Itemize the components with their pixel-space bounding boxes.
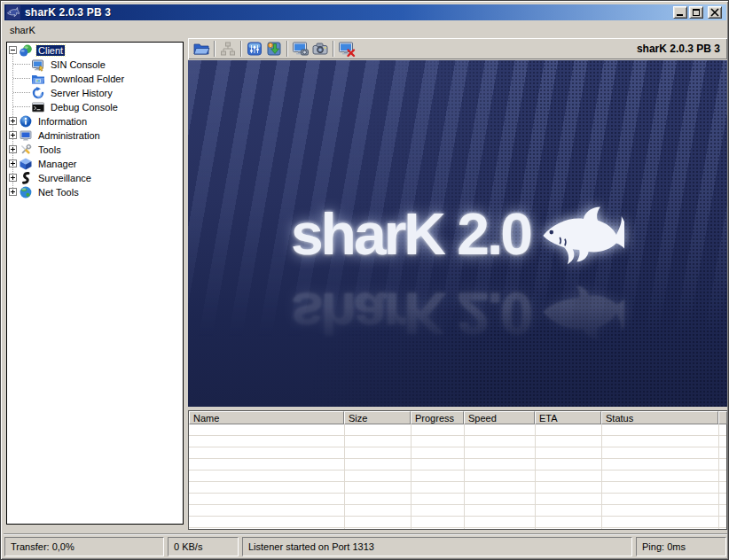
- table-header: Name Size Progress Speed ETA Status: [189, 411, 726, 424]
- tree-item-label[interactable]: Server History: [49, 88, 114, 98]
- maximize-button[interactable]: [689, 6, 703, 19]
- column-header-progress[interactable]: Progress: [411, 411, 464, 424]
- update-button[interactable]: [264, 40, 284, 58]
- tree-item-surveillance[interactable]: Surveillance: [7, 171, 183, 185]
- expand-plus-icon[interactable]: [9, 174, 17, 182]
- tree-item-label[interactable]: Client: [36, 45, 65, 56]
- toolbar-separator: [333, 41, 334, 57]
- tree-item-label[interactable]: Download Folder: [49, 74, 126, 84]
- expand-plus-icon[interactable]: [9, 159, 17, 167]
- status-bar: Transfer: 0,0% 0 KB/s Listener started o…: [4, 533, 727, 558]
- toolbar-separator: [286, 41, 288, 57]
- column-header-status[interactable]: Status: [601, 411, 718, 424]
- open-folder-button[interactable]: [192, 40, 211, 58]
- download-folder-icon: [31, 72, 45, 86]
- sitemap-button[interactable]: [218, 40, 238, 58]
- toolbar-separator: [214, 41, 216, 57]
- manager-icon: [19, 157, 33, 171]
- column-header-eta[interactable]: ETA: [535, 411, 601, 424]
- navigation-tree-panel: Client SIN Console Download Folder: [6, 42, 184, 525]
- tools-icon: [19, 143, 33, 157]
- close-button[interactable]: [708, 6, 722, 19]
- minimize-icon: [677, 14, 683, 16]
- banner: sharK 2.0 sharK 2.0: [188, 60, 727, 407]
- sin-console-icon: [31, 58, 45, 72]
- menu-item-shark[interactable]: sharK: [4, 23, 42, 37]
- tree-item-label[interactable]: Manager: [36, 159, 78, 169]
- window-title: sharK 2.0.3 PB 3: [25, 6, 111, 19]
- client-icon: [19, 43, 33, 58]
- app-window: sharK 2.0.3 PB 3 sharK: [0, 0, 729, 560]
- logo-text: sharK 2.0: [291, 200, 530, 268]
- tree-item-label[interactable]: Tools: [36, 144, 63, 155]
- title-bar[interactable]: sharK 2.0.3 PB 3: [4, 4, 726, 20]
- minimize-button[interactable]: [673, 6, 687, 19]
- tree-item-information[interactable]: Information: [7, 114, 183, 128]
- tree-item-manager[interactable]: Manager: [7, 157, 183, 171]
- users-settings-button[interactable]: [245, 40, 264, 58]
- status-speed: 0 KB/s: [168, 537, 239, 556]
- toolbar-version-label: sharK 2.0.3 PB 3: [637, 38, 720, 59]
- logo-reflection: sharK 2.0: [188, 280, 727, 347]
- tree-item-label[interactable]: Debug Console: [49, 102, 120, 113]
- collapse-minus-icon[interactable]: [9, 46, 17, 54]
- menu-bar: sharK: [4, 21, 727, 39]
- status-listener: Listener started on Port 1313: [242, 537, 632, 556]
- tree-item-tools[interactable]: Tools: [7, 143, 183, 157]
- close-listener-icon: [338, 40, 356, 58]
- expand-plus-icon[interactable]: [9, 188, 17, 196]
- tree-item-sin-console[interactable]: SIN Console: [7, 58, 183, 72]
- tree-item-administration[interactable]: Administration: [7, 128, 183, 143]
- server-history-icon: [31, 86, 45, 100]
- column-header-size[interactable]: Size: [344, 411, 411, 424]
- tree-item-label[interactable]: Administration: [36, 130, 102, 141]
- expand-plus-icon[interactable]: [9, 145, 17, 153]
- tree-item-server-history[interactable]: Server History: [7, 86, 183, 100]
- close-listener-button[interactable]: [337, 40, 357, 58]
- surveillance-icon: [19, 171, 33, 185]
- expand-plus-icon[interactable]: [9, 117, 17, 125]
- information-icon: [19, 114, 33, 128]
- status-transfer: Transfer: 0,0%: [4, 537, 164, 556]
- column-header-speed[interactable]: Speed: [464, 411, 535, 424]
- tree-item-download-folder[interactable]: Download Folder: [7, 72, 183, 86]
- screen-capture-button[interactable]: [291, 40, 310, 58]
- sitemap-icon: [219, 40, 237, 58]
- screen-capture-icon: [292, 40, 310, 58]
- transfers-table: Name Size Progress Speed ETA Status: [188, 410, 727, 530]
- column-header-stub: [718, 411, 727, 424]
- toolbar: sharK 2.0.3 PB 3: [188, 38, 727, 59]
- net-tools-icon: [19, 185, 33, 199]
- status-ping: Ping: 0ms: [636, 537, 726, 556]
- webcam-capture-icon: [311, 40, 329, 58]
- expand-plus-icon[interactable]: [9, 131, 17, 139]
- table-body[interactable]: [189, 424, 726, 529]
- open-folder-icon: [192, 40, 210, 58]
- app-shark-icon: [6, 5, 20, 19]
- tree-item-label[interactable]: Net Tools: [36, 187, 81, 198]
- tree-item-net-tools[interactable]: Net Tools: [7, 185, 183, 199]
- tree-item-client[interactable]: Client: [7, 43, 183, 58]
- users-mixer-icon: [246, 40, 263, 58]
- toolbar-separator: [240, 41, 242, 57]
- logo: sharK 2.0: [188, 200, 727, 268]
- webcam-capture-button[interactable]: [310, 40, 330, 58]
- maximize-icon: [693, 9, 700, 16]
- debug-console-icon: [31, 100, 45, 114]
- navigation-tree: Client SIN Console Download Folder: [7, 43, 183, 524]
- tree-item-debug-console[interactable]: Debug Console: [7, 100, 183, 114]
- tree-item-label[interactable]: Information: [36, 116, 89, 127]
- update-arrow-icon: [265, 40, 283, 58]
- tree-item-label[interactable]: SIN Console: [49, 59, 107, 70]
- tree-item-label[interactable]: Surveillance: [36, 173, 93, 183]
- administration-icon: [19, 128, 33, 143]
- close-icon: [710, 8, 719, 17]
- shark-silhouette-icon: [539, 200, 624, 268]
- column-header-name[interactable]: Name: [189, 411, 344, 424]
